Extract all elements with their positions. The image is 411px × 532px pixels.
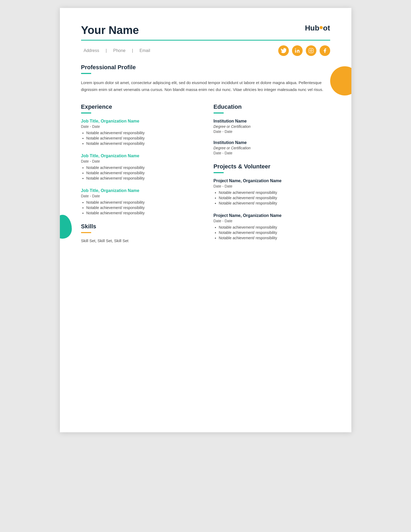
- education-underline: [214, 112, 224, 114]
- svg-point-0: [295, 49, 296, 49]
- job-bullets-2: Notable achievement/ responsibility Nota…: [81, 165, 198, 180]
- social-icons: [278, 45, 330, 56]
- hubspot-text-2: ot: [323, 24, 330, 32]
- deco-circle-yellow: [330, 66, 351, 95]
- contact-info: Address | Phone | Email: [81, 48, 153, 53]
- hubspot-logo: Hubot: [305, 24, 330, 32]
- separator-1: |: [106, 48, 107, 53]
- skills-title: Skills: [81, 223, 198, 230]
- job-date-1: Date - Date: [81, 124, 198, 129]
- phone: Phone: [113, 48, 125, 53]
- list-item: Notable achievement/ responsibility: [86, 165, 198, 170]
- experience-underline: [81, 112, 91, 114]
- list-item: Notable achievement/ responsibility: [219, 201, 330, 205]
- project-date-2: Date - Date: [214, 219, 330, 223]
- col-left: Experience Job Title, Organization Name …: [81, 103, 198, 248]
- list-item: Notable achievement/ responsibility: [86, 206, 198, 210]
- instagram-icon[interactable]: [306, 45, 316, 56]
- education-section: Education Institution Name Degree or Cer…: [214, 103, 330, 155]
- list-item: Notable achievement/ responsibility: [86, 136, 198, 140]
- job-entry-1: Job Title, Organization Name Date - Date…: [81, 119, 198, 146]
- svg-rect-1: [309, 49, 313, 53]
- job-bullets-1: Notable achievement/ responsibility Nota…: [81, 131, 198, 146]
- list-item: Notable achievement/ responsibility: [86, 211, 198, 215]
- projects-section: Projects & Volunteer Project Name, Organ…: [214, 163, 330, 240]
- resume-page: Your Name Hubot Address | Phone | Email: [60, 8, 351, 432]
- job-title-3: Job Title, Organization Name: [81, 188, 198, 193]
- job-entry-2: Job Title, Organization Name Date - Date…: [81, 154, 198, 180]
- experience-section: Experience Job Title, Organization Name …: [81, 103, 198, 215]
- list-item: Notable achievement/ responsibility: [86, 141, 198, 146]
- candidate-name: Your Name: [81, 24, 139, 37]
- header: Your Name Hubot: [81, 24, 330, 37]
- twitter-icon[interactable]: [278, 45, 289, 56]
- contact-row: Address | Phone | Email: [81, 45, 330, 56]
- job-date-3: Date - Date: [81, 194, 198, 198]
- two-col-section: Experience Job Title, Organization Name …: [81, 103, 330, 248]
- deco-blob-teal: [60, 215, 72, 239]
- edu-entry-2: Institution Name Degree or Certification…: [214, 140, 330, 155]
- job-bullets-3: Notable achievement/ responsibility Nota…: [81, 200, 198, 215]
- list-item: Notable achievement/ responsibility: [86, 200, 198, 204]
- project-title-1: Project Name, Organization Name: [214, 178, 330, 183]
- project-bullets-1: Notable achievement/ responsibility Nota…: [214, 190, 330, 205]
- project-bullets-2: Notable achievement/ responsibility Nota…: [214, 225, 330, 240]
- list-item: Notable achievement/ responsibility: [219, 196, 330, 200]
- profile-underline: [81, 73, 91, 74]
- edu-institution-2: Institution Name: [214, 140, 330, 145]
- education-title: Education: [214, 103, 330, 110]
- project-entry-2: Project Name, Organization Name Date - D…: [214, 213, 330, 240]
- project-entry-1: Project Name, Organization Name Date - D…: [214, 178, 330, 205]
- job-entry-3: Job Title, Organization Name Date - Date…: [81, 188, 198, 215]
- skills-underline: [81, 232, 91, 233]
- edu-date-1: Date - Date: [214, 129, 330, 134]
- list-item: Notable achievement/ responsibility: [219, 230, 330, 235]
- projects-underline: [214, 172, 224, 173]
- edu-degree-1: Degree or Certification: [214, 124, 330, 129]
- list-item: Notable achievement/ responsibility: [86, 131, 198, 135]
- edu-degree-2: Degree or Certification: [214, 146, 330, 150]
- edu-institution-1: Institution Name: [214, 119, 330, 124]
- profile-section-title: Professional Profile: [81, 64, 330, 71]
- list-item: Notable achievement/ responsibility: [86, 176, 198, 180]
- job-title-2: Job Title, Organization Name: [81, 154, 198, 158]
- list-item: Notable achievement/ responsibility: [219, 190, 330, 195]
- col-right: Education Institution Name Degree or Cer…: [214, 103, 330, 248]
- edu-entry-1: Institution Name Degree or Certification…: [214, 119, 330, 134]
- skills-content: Skill Set, Skill Set, Skill Set: [81, 238, 198, 243]
- project-title-2: Project Name, Organization Name: [214, 213, 330, 218]
- linkedin-icon[interactable]: [292, 45, 303, 56]
- email: Email: [140, 48, 150, 53]
- list-item: Notable achievement/ responsibility: [219, 236, 330, 240]
- projects-title: Projects & Volunteer: [214, 163, 330, 170]
- header-divider: [81, 40, 330, 41]
- skills-section: Skills Skill Set, Skill Set, Skill Set: [81, 223, 198, 243]
- edu-date-2: Date - Date: [214, 151, 330, 155]
- separator-2: |: [132, 48, 133, 53]
- profile-section: Professional Profile Lorem ipsum dolor s…: [81, 64, 330, 93]
- profile-body: Lorem ipsum dolor sit amet, consectetur …: [81, 79, 330, 93]
- facebook-icon[interactable]: [320, 45, 330, 56]
- hubspot-dot: [320, 26, 323, 29]
- list-item: Notable achievement/ responsibility: [219, 225, 330, 229]
- list-item: Notable achievement/ responsibility: [86, 171, 198, 175]
- job-title-1: Job Title, Organization Name: [81, 119, 198, 124]
- experience-title: Experience: [81, 103, 198, 110]
- address: Address: [84, 48, 99, 53]
- hubspot-text-1: Hub: [305, 24, 319, 32]
- job-date-2: Date - Date: [81, 159, 198, 163]
- project-date-1: Date - Date: [214, 184, 330, 188]
